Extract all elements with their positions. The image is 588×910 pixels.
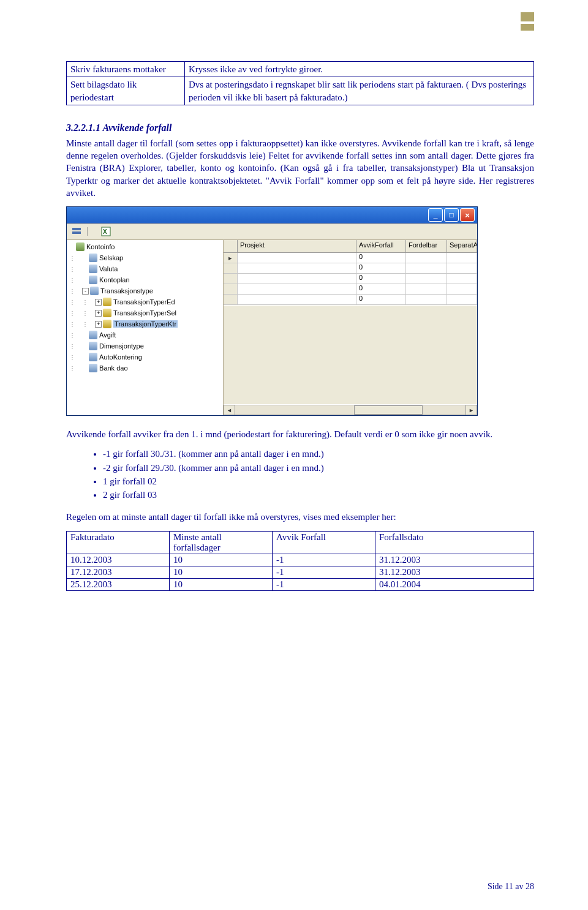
cell[interactable] [406,253,447,263]
maximize-icon[interactable]: □ [444,208,459,222]
scroll-thumb[interactable] [354,405,423,415]
ex-header: Avvik Forfall [273,531,375,554]
col-header[interactable]: Prosjekt [238,240,356,252]
horizontal-scrollbar[interactable]: ◄ ► [224,404,477,415]
cell: 10 [170,566,273,578]
cell[interactable] [238,253,356,263]
table-row[interactable]: 0 [224,263,477,274]
def-cell: Krysses ikke av ved fortrykte giroer. [185,62,534,77]
close-icon[interactable]: × [460,208,475,222]
ex-header: Fakturadato [67,531,170,554]
body-paragraph: Minste antall dager til forfall (som set… [66,137,534,199]
tree-item[interactable]: ⋮ Valuta [67,263,223,274]
tree-item[interactable]: ⋮ -Transaksjonstype [67,285,223,296]
list-item: -2 gir forfall 29./30. (kommer ann på an… [103,462,534,474]
example-table: Fakturadato Minste antall forfallsdager … [66,531,534,591]
table-row[interactable]: 0 [224,295,477,305]
cell[interactable] [238,295,356,304]
grid-empty [224,305,477,404]
tree-item[interactable]: ⋮ Kontoplan [67,274,223,285]
tree-item[interactable]: ⋮ ⋮ +TransaksjonTyperSel [67,307,223,318]
node-icon [89,276,97,284]
tree-item-label: Valuta [99,265,118,273]
tree-item-label: Selskap [99,254,123,261]
minimize-icon[interactable]: _ [428,208,443,222]
def-cell: Skriv fakturaens mottaker [67,62,185,77]
cell[interactable] [406,274,447,284]
tree-item[interactable]: ⋮ AutoKontering [67,352,223,363]
def-cell: Dvs at posteringsdato i regnskapet blir … [185,77,534,105]
tree-item-label: Bank dao [99,364,127,372]
node-icon [103,298,111,306]
cell[interactable] [447,284,477,294]
table-row[interactable]: ▸0 [224,253,477,263]
node-icon [89,364,97,372]
tree-item-label: Kontoinfo [86,243,115,250]
cell[interactable]: 0 [356,295,406,304]
bullet-list: -1 gir forfall 30./31. (kommer ann på an… [103,448,534,501]
tree-item[interactable]: ⋮ Bank dao [67,363,223,374]
list-item: -1 gir forfall 30./31. (kommer ann på an… [103,448,534,460]
tree-item-label: TransaksjonTyperEd [113,298,175,306]
excel-icon[interactable]: X [101,227,111,236]
row-header [224,284,238,294]
node-icon [103,309,111,317]
expand-icon[interactable]: + [95,299,102,306]
tree-item[interactable]: ⋮ ⋮ +TransaksjonTyperKtr [67,318,223,329]
cell[interactable] [406,295,447,304]
row-header [224,274,238,284]
tree-item[interactable]: ⋮ Dimensjontype [67,340,223,352]
tree-item-label: Dimensjontype [99,342,144,350]
table-row[interactable]: 0 [224,274,477,284]
body-paragraph: Avvikende forfall avviker fra den 1. i m… [66,428,534,440]
ex-header: Forfallsdato [375,531,534,554]
def-cell: Sett bilagsdato lik periodestart [67,77,185,105]
col-header[interactable]: Fordelbar [406,240,447,252]
cell[interactable] [447,263,477,273]
tree-item[interactable]: ⋮ ⋮ +TransaksjonTyperEd [67,296,223,307]
cell: 25.12.2003 [67,578,170,590]
table-row: 25.12.200310-104.01.2004 [67,578,534,590]
scroll-right-icon[interactable]: ► [466,405,477,415]
cell: 17.12.2003 [67,566,170,578]
node-icon [89,265,97,273]
cell[interactable] [406,284,447,294]
tree-item-label: Transaksjonstype [100,287,153,295]
cell[interactable]: 0 [356,253,406,263]
grid-corner [224,240,238,252]
table-row[interactable]: 0 [224,284,477,295]
cell[interactable] [447,295,477,304]
node-icon [103,320,111,328]
col-header[interactable]: SeparatAvr [447,240,477,252]
node-icon [76,243,85,251]
cell[interactable]: 0 [356,274,406,284]
cell[interactable] [447,274,477,284]
cell[interactable]: 0 [356,263,406,273]
window-titlebar: _ □ × [67,207,477,224]
tree-item[interactable]: ⋮ Avgift [67,329,223,340]
cell[interactable] [238,274,356,284]
col-header[interactable]: AvvikForfall [356,240,406,252]
cell: -1 [273,578,375,590]
tree-item-label: Avgift [99,331,116,339]
toolbar-separator-icon [86,227,96,236]
page-footer: Side 11 av 28 [488,882,534,892]
data-grid[interactable]: Prosjekt AvvikForfall Fordelbar SeparatA… [224,240,477,415]
tree-pane[interactable]: Kontoinfo⋮ Selskap⋮ Valuta⋮ Kontoplan⋮ -… [67,240,224,415]
expand-icon[interactable]: + [95,321,102,328]
expand-icon[interactable]: - [82,288,89,295]
tree-item[interactable]: ⋮ Selskap [67,252,223,263]
cell[interactable] [406,263,447,273]
scroll-left-icon[interactable]: ◄ [224,405,235,415]
definition-table: Skriv fakturaens mottaker Krysses ikke a… [66,61,534,105]
app-screenshot: _ □ × X Kontoinfo⋮ Selskap⋮ Valuta⋮ Kont… [66,206,478,416]
expand-icon[interactable]: + [95,310,102,317]
cell[interactable]: 0 [356,284,406,294]
cell[interactable] [238,263,356,273]
toolbar-icon[interactable] [72,227,81,236]
tree-item-label: TransaksjonTyperSel [113,309,176,317]
cell[interactable] [447,253,477,263]
cell[interactable] [238,284,356,294]
tree-item[interactable]: Kontoinfo [67,241,223,252]
table-row: 10.12.200310-131.12.2003 [67,554,534,566]
